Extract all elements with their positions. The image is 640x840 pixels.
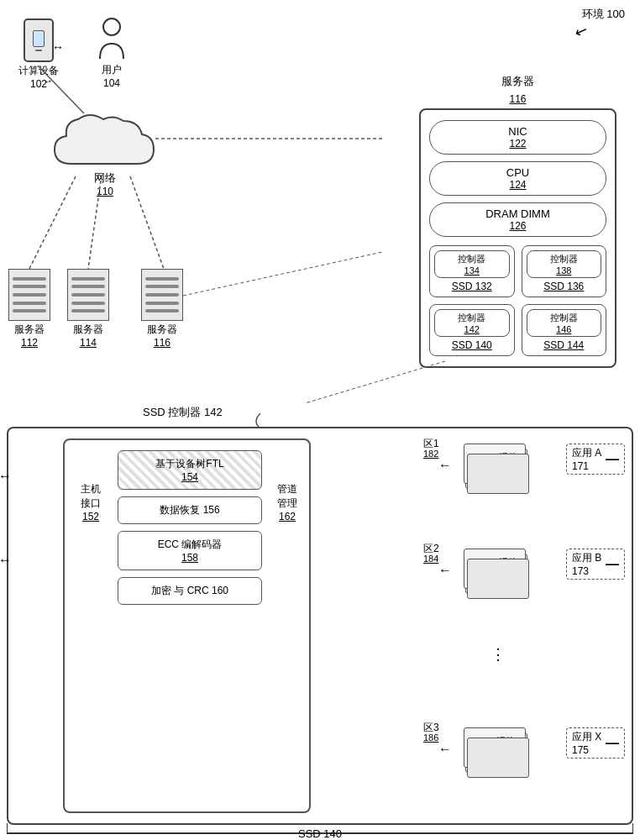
app-b-container: 应用 B 173 — (566, 549, 625, 580)
ssd-grid: 控制器 134 SSD 132 控制器 138 SSD 136 控制 (429, 245, 606, 356)
ecc-number: 158 (122, 552, 258, 564)
ssd-140-thumb: 控制器 142 SSD 140 (429, 304, 515, 356)
nand-stack-3: NAND裸片$ 176 (464, 727, 531, 782)
ssd-main-box: 页面 错误 192 ↔ 页面 交换 194 ↔ 主机 接口 152 管道 管理 … (7, 427, 633, 825)
diagram: 环境 100 ↙ 计算设备 102 用户 104 ↔ 网络 110 ↕ (0, 0, 640, 840)
app-x-container: 应用 X 175 — (566, 727, 625, 759)
server-116-label: 服务器 (141, 323, 183, 337)
ssd-inner-box: 主机 接口 152 管道 管理 162 基于设备树FTL 154 数据恢复 15… (63, 438, 311, 813)
page-exchange-arrow: ↔ (0, 553, 12, 568)
server-112-label: 服务器 (8, 323, 50, 337)
cpu-box: CPU 124 (429, 161, 606, 196)
data-recovery-box: 数据恢复 156 (118, 496, 262, 524)
app-a-container: 应用 A 171 — (566, 444, 625, 475)
device-user-arrow: ↔ (52, 40, 64, 54)
controller-134: 控制器 134 (434, 250, 510, 278)
controller-146-num: 146 (529, 324, 600, 334)
controller-134-num: 134 (437, 265, 507, 276)
controller-142-label: 控制器 (437, 312, 507, 324)
svg-point-0 (103, 18, 120, 35)
dram-number: 126 (434, 220, 601, 232)
ssd-136-label: SSD 136 (527, 281, 602, 292)
zone3-number: 186 (423, 732, 438, 743)
env-arrow-icon: ↙ (573, 20, 591, 42)
app-b-label: 应用 B 173 (572, 551, 602, 577)
page-error-arrow: ↔ (0, 469, 12, 484)
nand-stack-2: NAND裸片 174 (464, 549, 531, 603)
network-cloud: 网络 110 (46, 109, 164, 197)
controller-146: 控制器 146 (527, 309, 602, 337)
server-112-number: 112 (8, 337, 50, 349)
cpu-label: CPU (434, 166, 601, 179)
ssd-132: 控制器 134 SSD 132 (429, 245, 515, 297)
nic-label: NIC (434, 125, 601, 138)
server-114-label: 服务器 (67, 323, 109, 337)
server-112: 服务器 112 (8, 269, 50, 349)
encryption-label: 加密 与 CRC 160 (122, 584, 258, 598)
host-interface-label: 主机 接口 152 (69, 482, 113, 522)
server-116-icon (141, 269, 183, 321)
components-column: 基于设备树FTL 154 数据恢复 156 ECC 编解码器 158 加密 与 … (118, 450, 262, 605)
server-112-icon (8, 269, 50, 321)
dram-box: DRAM DIMM 126 (429, 202, 606, 237)
ftl-box: 基于设备树FTL 154 (118, 450, 262, 490)
ftl-label: 基于设备树FTL (122, 457, 258, 471)
server-main-box: NIC 122 CPU 124 DRAM DIMM 126 控制器 134 (419, 108, 616, 368)
ssd-controller-label: SSD 控制器 142 (143, 405, 223, 420)
nic-box: NIC 122 (429, 120, 606, 155)
controller-146-label: 控制器 (529, 312, 600, 324)
server-114-icon (67, 269, 109, 321)
server-116-number: 116 (141, 337, 183, 349)
zone1-number: 182 (423, 449, 438, 459)
user-icon (97, 17, 127, 60)
ssd-136: 控制器 138 SSD 136 (522, 245, 607, 297)
zone2-number: 184 (423, 554, 438, 564)
encryption-box: 加密 与 CRC 160 (118, 577, 262, 605)
env-label: 环境 100 (582, 7, 625, 22)
server-main-label: 服务器 (501, 75, 534, 87)
controller-138: 控制器 138 (527, 250, 602, 278)
ssd-144: 控制器 146 SSD 144 (522, 304, 607, 356)
dram-label: DRAM DIMM (434, 207, 601, 220)
app-x-label: 应用 X 175 (572, 730, 602, 756)
controller-138-label: 控制器 (529, 253, 600, 265)
nand-zone-1-container: 区1 182 ← NAND裸片 172 应用 A 171 — (423, 437, 625, 529)
server-main-container: 服务器 116 NIC 122 CPU 124 DRAM DIMM 126 (419, 74, 616, 368)
data-recovery-label: 数据恢复 156 (122, 503, 258, 517)
ssd-144-label: SSD 144 (527, 339, 602, 351)
server-116-bottom: 服务器 116 (141, 269, 183, 349)
user-number: 104 (97, 77, 127, 89)
user-label: 用户 (97, 63, 127, 77)
zone2-arrow: ← (438, 563, 452, 578)
controller-134-label: 控制器 (437, 253, 507, 265)
app-a-label: 应用 A 171 (572, 446, 602, 472)
controller-142-num: 142 (437, 324, 507, 334)
pipeline-label: 管道 管理 162 (270, 482, 305, 522)
ftl-number: 154 (122, 471, 258, 483)
nand-stack-1: NAND裸片 172 (464, 444, 531, 498)
server-114: 服务器 114 (67, 269, 109, 349)
dots-separator: ⋮ (490, 645, 507, 664)
controller-138-num: 138 (529, 265, 600, 276)
zone1-arrow: ← (438, 458, 452, 473)
computing-device-label: 计算设备 (18, 64, 59, 78)
ssd-140-label-thumb: SSD 140 (434, 339, 510, 351)
network-label: 网络 (94, 171, 116, 184)
controller-142: 控制器 142 (434, 309, 510, 337)
svg-line-6 (183, 252, 382, 296)
cpu-number: 124 (434, 179, 601, 191)
server-main-number: 116 (509, 93, 526, 105)
nand-zone-3-container: 区3 186 ← NAND裸片$ 176 应用 X 175 — (423, 721, 625, 813)
nand-zone-2-container: 区2 184 ← NAND裸片 174 应用 B 173 — (423, 542, 625, 634)
user-figure: 用户 104 (97, 17, 127, 89)
nic-number: 122 (434, 138, 601, 150)
ecc-box: ECC 编解码器 158 (118, 531, 262, 570)
ecc-label: ECC 编解码器 (122, 538, 258, 552)
ssd-132-label: SSD 132 (434, 281, 510, 292)
network-number: 110 (46, 186, 164, 197)
zone3-arrow: ← (438, 742, 452, 757)
server-114-number: 114 (67, 337, 109, 349)
ssd-140-bottom-label: SSD 140 (298, 827, 342, 840)
